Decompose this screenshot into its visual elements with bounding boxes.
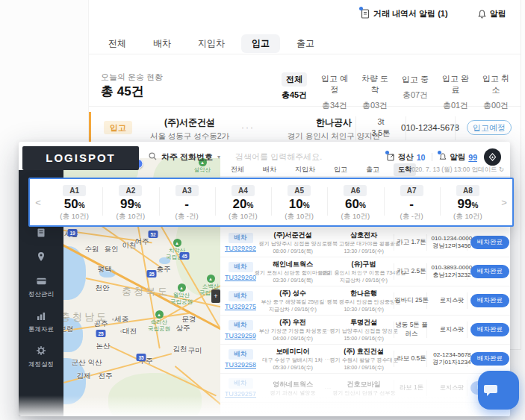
invoice-alert[interactable]: 거래 내역서 알림 (1) [361,8,448,19]
percent-sign: % [471,201,478,210]
order-row[interactable]: 배차TU329259(주) 우전부산 기장군 기장읍 차성동로04:00 / 0… [220,316,510,345]
card-icon [37,275,46,288]
search-bar[interactable]: 차주 전화번호 ▾ 검색어를 입력해주세요. [149,151,322,163]
alarm-chip[interactable]: 알림 99 [439,152,477,163]
back-tab[interactable]: 배차 [143,34,181,53]
dispatch-tab[interactable]: 입고 [329,163,352,176]
dispatch-tag: 배차 [229,378,253,389]
navigation-button[interactable] [484,148,501,166]
dispatch-tab[interactable]: 지입차 [291,163,320,176]
summary-stat[interactable]: 전체총45건 [274,72,314,111]
summary-stat[interactable]: 입고 취소총00건 [476,72,516,111]
dispatch-tag: 배차 [229,349,253,360]
highway-shield-icon: 25 [96,330,106,337]
order-id-link[interactable]: TU329275 [225,303,256,310]
dest-name: (주) 효진건설 [344,347,384,357]
map-city-label: 군산 [72,358,86,368]
search-input[interactable]: 검색어를 입력해주세요. [235,151,322,163]
dispatch-tab[interactable]: 배차 [258,163,281,176]
sidebar-item[interactable] [19,227,63,240]
sidebar-item-gear[interactable]: 계정설정 [19,345,63,369]
zones-prev-button[interactable]: < [30,197,46,208]
order-row[interactable]: 배차TU329257영하네트웍스경기 과천시 별양동···건호모바일경기 안산시… [220,374,510,403]
alarm-label: 알림 [450,152,465,163]
park-name-sub: 국립공원 [143,325,175,332]
shipment-row[interactable]: 입고 (주)서준건설 서울 성동구 성수동2가 ··· 한나공사 경기 용인시 … [89,112,521,145]
contact-line1: 로지스팟 [440,383,464,392]
dispatch-tab[interactable]: 전체 [226,163,249,176]
sidebar-item-card[interactable]: 정산관리 [19,275,63,299]
park-name-sub: 국립공원 [165,298,198,305]
notice-alert[interactable]: 알림 [478,8,506,19]
map-control[interactable]: + [211,289,220,303]
summary-stat[interactable]: 입고 예정총34건 [314,72,355,111]
back-tab[interactable]: 전체 [98,34,137,53]
back-tab[interactable]: 지입차 [187,34,235,53]
dispatch-done-button[interactable]: 배차완료 [470,323,509,336]
order-id-link[interactable]: TU329259 [225,332,256,339]
zone-cell[interactable]: A150%(총 10건) [46,183,102,222]
origin-name: (주) 우전 [279,318,306,327]
stat-value: 총45건 [274,90,314,101]
contact-line1: 010-1234-0000 [432,234,473,242]
order-id-link[interactable]: TU329260 [225,274,256,281]
dispatch-done-button[interactable]: 배차완료 [470,352,509,366]
updated-text: 2020. 7. 13 (월) 13:00 업데이트 [408,166,497,173]
settlement-chip[interactable]: 정산 10 [387,152,426,163]
summary-stat[interactable]: 차량 도착총03건 [355,72,395,111]
dest-name: 삼호전자 [350,231,377,240]
zone-cell[interactable]: A660%(총 10건) [327,183,383,222]
back-tab[interactable]: 출고 [286,34,325,53]
zone-cell[interactable]: A299%(총 10건) [102,183,158,222]
sidebar-item[interactable] [19,251,63,264]
zone-id: A2 [119,185,142,196]
order-row[interactable]: 배차TU329260해인네트웍스경기 포천시 선단동 함이마을2길03:30 /… [220,257,510,286]
zone-percent: 99% [440,198,496,212]
map-city-label: 용인 [105,245,119,254]
summary-stat[interactable]: 입고 중총07건 [395,72,435,111]
zone-cell[interactable]: A510%(총 10건) [271,183,327,222]
highway-shield-icon: 52 [149,231,158,238]
search-filter[interactable]: 차주 전화번호 [161,151,213,163]
dispatch-done-button[interactable]: 배차완료 [470,294,509,307]
origin-address: 서울 성동구 성수동2가 [141,131,238,142]
sidebar-item-chart[interactable]: 통계자료 [19,310,63,334]
order-id-link[interactable]: TU329257 [225,390,256,398]
order-dest-cell: 한나은행경북 경주시 안강읍 안강중앙로10:30 / 09/16(수) [331,286,397,315]
document-icon [37,227,45,240]
badge-dot [359,7,363,10]
route-dots-icon: ··· [241,122,255,133]
back-tabs: 전체배차지입차입고출고 [89,33,521,54]
zones-next-button[interactable]: > [496,197,512,208]
back-tab[interactable]: 입고 [241,34,280,53]
zone-occupancy-panel: < A150%(총 10건)A299%(총 10건)A3-(총 -건)A420%… [28,178,514,227]
order-id-link[interactable]: TU329292 [225,245,256,252]
order-row[interactable]: 배차TU329292(주)서준건설경기 남양주시 진접읍 양진로08:00 / … [220,228,510,257]
logispot-logo: LOGISPOT [22,146,139,170]
order-row[interactable]: 배차TU329275(주) 성수부산 중구 해양복길 25번길지급상차 / 09… [220,286,510,316]
order-row[interactable]: 배차TU329258보메미디어대구 수성구 달배시지 1차05:30 / 09/… [220,345,510,374]
notice-alert-label: 알림 [490,8,506,19]
dispatch-done-button[interactable]: 배차완료 [470,236,509,249]
order-id-link[interactable]: TU329258 [225,361,256,369]
zone-id: A1 [63,185,86,196]
chat-fab[interactable] [478,371,519,410]
refresh-icon[interactable]: ↻ [499,166,504,173]
order-list: 배차TU329292(주)서준건설경기 남양주시 진접읍 양진로08:00 / … [220,228,510,403]
sidebar-item-label: 통계자료 [28,325,54,334]
map-park-label: ▲월악산국립공원 [165,283,198,305]
zone-cell[interactable]: A899%(총 10건) [440,183,496,222]
contact-line1: 02-1234-5678 [433,351,470,358]
zone-cell[interactable]: A7-(총 -건) [384,183,440,222]
dispatch-tab[interactable]: 출고 [361,163,384,176]
summary-stat[interactable]: 입고 완료총01건 [435,72,476,111]
map-park-label: ▲속리산국립공원 [143,310,175,332]
zone-cell[interactable]: A420%(총 10건) [215,183,271,222]
inbound-expected-button[interactable]: 입고예정 [467,120,512,135]
dispatch-tag: 배차 [229,291,253,301]
percent-sign: % [303,201,310,210]
row-accent-bar [89,112,91,145]
order-origin-cell: 보메미디어대구 수성구 달배시지 1차05:30 / 09/16(수) [259,345,326,373]
zone-cell[interactable]: A3-(총 -건) [159,183,215,222]
dispatch-done-button[interactable]: 배차완료 [470,265,509,278]
